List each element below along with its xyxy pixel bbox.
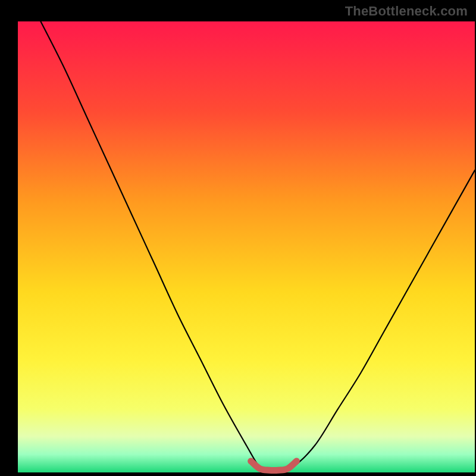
chart-frame: TheBottleneck.com bbox=[0, 0, 476, 476]
bottleneck-chart bbox=[0, 0, 476, 476]
watermark-text: TheBottleneck.com bbox=[345, 4, 468, 19]
plot-background bbox=[18, 21, 475, 472]
